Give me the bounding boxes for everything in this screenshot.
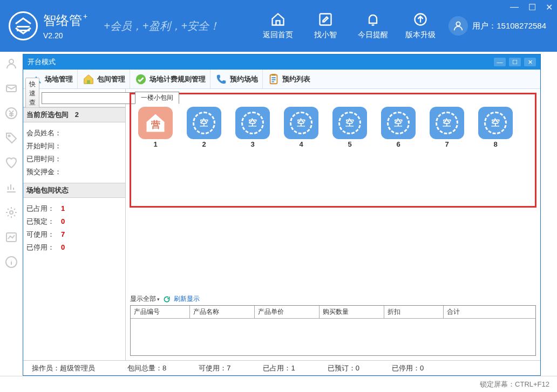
svg-rect-15 [271,73,275,75]
room-tile: 空 [478,107,513,139]
inner-close-button[interactable]: ✕ [524,58,536,66]
product-table: 产品编号 产品名称 产品单价 购买数量 折扣 合计 [130,305,536,356]
room-card-2[interactable]: 空2 [187,107,221,148]
toolbar-room-mgmt-button[interactable]: 包间管理 [78,70,130,88]
svg-rect-2 [320,14,331,25]
inner-window-title: 开台模式 [28,57,56,67]
current-room-info: 会员姓名： 开始时间： 已用时间： 预交押金： [23,122,125,183]
app-version: V2.20 [43,31,87,40]
display-filter-dropdown[interactable]: 显示全部 ▾ [130,294,160,304]
svg-rect-0 [17,26,30,27]
chevron-down-icon: ▾ [157,297,160,302]
rail-heart-icon[interactable] [5,156,18,169]
room-icon [82,73,95,86]
room-status-title: 场地包间状态 [23,183,125,198]
svg-point-8 [9,135,10,137]
toolbar: 场地管理 包间管理 场地计费规则管理 预约场地 预约列表 [23,70,540,89]
room-card-8[interactable]: 空8 [478,107,513,148]
upgrade-icon [413,12,428,27]
nav-reminder-button[interactable]: 今日提醒 [349,12,397,40]
col-total[interactable]: 合计 [444,306,535,318]
phone-icon [215,73,228,86]
refresh-bar: 显示全部 ▾ 刷新显示 [126,294,540,305]
room-card-1[interactable]: 营1 [138,107,173,148]
current-room-number: 2 [75,111,79,119]
empty-ring-icon: 空 [193,112,215,134]
rail-trend-icon[interactable] [5,231,18,244]
empty-ring-icon: 空 [241,112,264,134]
inner-minimize-button[interactable]: — [494,58,506,66]
col-product-name[interactable]: 产品名称 [190,306,255,318]
svg-rect-12 [87,80,90,83]
col-unit-price[interactable]: 产品单价 [255,306,320,318]
room-tile: 空 [284,107,318,139]
room-number-label: 2 [187,140,221,148]
col-quantity[interactable]: 购买数量 [320,306,384,318]
room-card-6[interactable]: 空6 [381,107,416,148]
avatar-icon [449,16,468,36]
user-block[interactable]: 用户：15108272584 [449,16,546,36]
nav-assistant-button[interactable]: 找小智 [302,12,349,40]
room-status-list: 已占用：1 已预定：0 可使用：7 已停用：0 [23,198,125,258]
room-card-4[interactable]: 空4 [284,107,318,148]
rail-info-icon[interactable] [5,256,18,269]
toolbar-reserve-venue-button[interactable]: 预约场地 [210,70,263,88]
room-tile: 空 [235,107,270,139]
rail-gear-icon[interactable] [5,206,18,219]
empty-ring-icon: 空 [290,112,313,134]
room-number-label: 1 [138,140,173,148]
edit-icon [318,12,333,27]
room-number-label: 7 [430,140,464,148]
refresh-button[interactable]: 刷新显示 [174,294,200,304]
room-tile: 空 [381,107,416,139]
room-tile: 空 [332,107,367,139]
logo-area: 智络管+ V2.20 [9,11,87,40]
inner-maximize-button[interactable]: ☐ [509,58,521,66]
room-card-3[interactable]: 空3 [235,107,270,148]
rail-yen-icon[interactable] [5,107,18,120]
room-number-label: 8 [478,140,513,148]
toolbar-reserve-list-button[interactable]: 预约列表 [263,70,315,88]
svg-text:营: 营 [151,120,160,129]
col-discount[interactable]: 折扣 [384,306,444,318]
quick-search-input[interactable] [42,92,136,104]
close-button[interactable]: ✕ [546,2,553,12]
nav-home-button[interactable]: 返回首页 [254,12,302,40]
svg-point-9 [10,211,13,214]
col-product-id[interactable]: 产品编号 [131,306,190,318]
app-header: 智络管+ V2.20 +会员，+盈利，+安全！ 返回首页 找小智 今日提醒 版本… [0,0,557,52]
room-card-7[interactable]: 空7 [430,107,464,148]
empty-ring-icon: 空 [436,112,458,134]
side-rail [0,52,23,376]
inner-titlebar: 开台模式 — ☐ ✕ [23,54,540,70]
window-controls: — ☐ ✕ [510,2,553,12]
rail-user-icon[interactable] [5,57,18,70]
empty-ring-icon: 空 [484,112,507,134]
rail-mail-icon[interactable] [5,82,18,95]
current-room-title: 当前所选包间 2 [23,107,125,122]
maximize-button[interactable]: ☐ [528,2,536,12]
billing-icon [134,73,147,86]
room-number-label: 4 [284,140,318,148]
svg-point-4 [457,22,460,26]
room-number-label: 3 [235,140,270,148]
room-card-5[interactable]: 空5 [332,107,367,148]
rail-tag-icon[interactable] [5,132,18,145]
empty-ring-icon: 空 [338,112,361,134]
rail-chart-icon[interactable] [5,181,18,194]
minimize-button[interactable]: — [510,2,519,12]
room-tile: 空 [430,107,464,139]
house-icon: 营 [144,111,167,135]
left-pane: 快速查找 当前所选包间 2 会员姓名： 开始时间： 已用时间： 预交押金： 场地… [23,89,126,360]
user-label: 用户：15108272584 [472,21,546,31]
app-title: 智络管+ [43,12,87,29]
home-icon [270,12,286,27]
main-pane: 一楼小包间 营1空2空3空4空5空6空7空8 显示全部 ▾ 刷新显示 产品编号 … [126,89,540,360]
empty-ring-icon: 空 [387,112,410,134]
room-tile: 营 [138,107,173,139]
nav-upgrade-button[interactable]: 版本升级 [397,12,444,40]
toolbar-billing-mgmt-button[interactable]: 场地计费规则管理 [130,70,210,88]
room-group-tab[interactable]: 一楼小包间 [135,92,179,104]
bell-icon [365,12,381,27]
inner-status-bar: 操作员：超级管理员 包间总量：8 可使用：7 已占用：1 已预订：0 已停用：0 [23,360,540,375]
